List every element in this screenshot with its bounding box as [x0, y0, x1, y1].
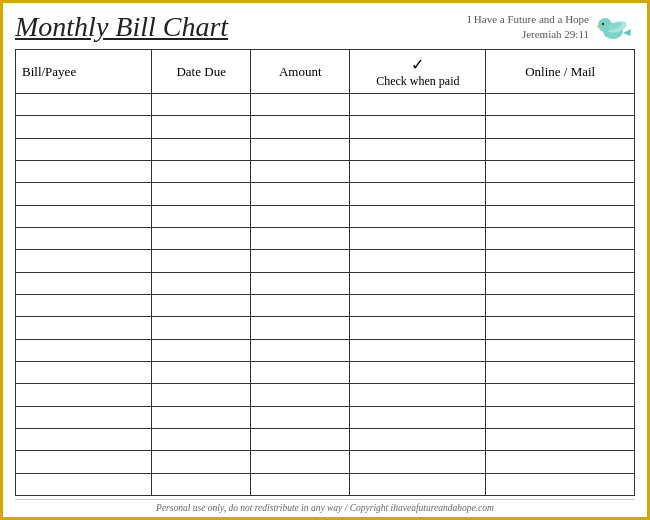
table-cell [350, 160, 486, 182]
table-cell [152, 294, 251, 316]
col-header-online: Online / Mail [486, 50, 635, 94]
table-cell [350, 272, 486, 294]
table-cell [350, 138, 486, 160]
table-cell [251, 428, 350, 450]
check-label: Check when paid [376, 74, 459, 89]
tagline-line2: Jeremiah 29:11 [467, 27, 589, 42]
table-cell [152, 227, 251, 249]
table-cell [152, 361, 251, 383]
table-cell [251, 138, 350, 160]
table-cell [152, 451, 251, 473]
table-cell [350, 183, 486, 205]
table-row [16, 339, 635, 361]
col-header-bill: Bill/Payee [16, 50, 152, 94]
col-header-amount: Amount [251, 50, 350, 94]
table-cell [350, 205, 486, 227]
table-cell [16, 361, 152, 383]
table-row [16, 227, 635, 249]
table-cell [16, 160, 152, 182]
table-row [16, 428, 635, 450]
table-cell [486, 361, 635, 383]
table-cell [16, 250, 152, 272]
page-title: Monthly Bill Chart [15, 11, 228, 43]
table-cell [152, 116, 251, 138]
table-cell [251, 406, 350, 428]
header-row: Monthly Bill Chart I Have a Future and a… [15, 11, 635, 43]
table-cell [486, 227, 635, 249]
table-row [16, 272, 635, 294]
table-cell [16, 227, 152, 249]
bird-icon [595, 11, 635, 43]
col-header-date: Date Due [152, 50, 251, 94]
table-cell [251, 473, 350, 495]
table-cell [251, 272, 350, 294]
table-cell [350, 94, 486, 116]
footer: Personal use only, do not redistribute i… [15, 499, 635, 513]
table-cell [251, 384, 350, 406]
table-cell [251, 160, 350, 182]
table-row [16, 183, 635, 205]
table-row [16, 138, 635, 160]
svg-marker-5 [623, 29, 631, 36]
table-cell [251, 250, 350, 272]
table-cell [16, 94, 152, 116]
table-cell [350, 294, 486, 316]
table-cell [486, 94, 635, 116]
table-cell [486, 138, 635, 160]
table-cell [486, 294, 635, 316]
table-cell [152, 339, 251, 361]
table-cell [16, 339, 152, 361]
table-cell [486, 160, 635, 182]
table-cell [16, 138, 152, 160]
table-cell [486, 339, 635, 361]
table-cell [16, 183, 152, 205]
table-cell [152, 406, 251, 428]
table-cell [152, 160, 251, 182]
table-cell [16, 205, 152, 227]
table-row [16, 473, 635, 495]
tagline-line1: I Have a Future and a Hope [467, 12, 589, 27]
table-cell [16, 384, 152, 406]
table-cell [350, 361, 486, 383]
table-cell [350, 116, 486, 138]
table-cell [152, 384, 251, 406]
table-container: Bill/Payee Date Due Amount ✓ Check when … [15, 49, 635, 496]
table-cell [152, 317, 251, 339]
table-cell [486, 272, 635, 294]
table-cell [350, 384, 486, 406]
bill-chart-table: Bill/Payee Date Due Amount ✓ Check when … [15, 49, 635, 496]
table-cell [486, 384, 635, 406]
table-cell [486, 406, 635, 428]
table-cell [350, 227, 486, 249]
table-cell [486, 116, 635, 138]
table-cell [152, 428, 251, 450]
table-cell [251, 339, 350, 361]
table-cell [152, 205, 251, 227]
check-symbol: ✓ [411, 55, 424, 74]
table-row [16, 384, 635, 406]
table-cell [486, 451, 635, 473]
table-cell [350, 428, 486, 450]
table-cell [16, 451, 152, 473]
table-cell [16, 406, 152, 428]
table-cell [16, 473, 152, 495]
svg-point-3 [602, 23, 604, 25]
table-cell [152, 138, 251, 160]
table-row [16, 94, 635, 116]
table-cell [251, 317, 350, 339]
table-cell [16, 272, 152, 294]
table-cell [152, 272, 251, 294]
table-cell [350, 250, 486, 272]
table-cell [251, 183, 350, 205]
table-cell [152, 94, 251, 116]
table-cell [16, 116, 152, 138]
table-row [16, 250, 635, 272]
table-row [16, 406, 635, 428]
col-header-check: ✓ Check when paid [350, 50, 486, 94]
table-cell [350, 339, 486, 361]
table-row [16, 160, 635, 182]
table-cell [251, 451, 350, 473]
table-cell [251, 294, 350, 316]
table-row [16, 294, 635, 316]
svg-point-2 [598, 18, 612, 32]
